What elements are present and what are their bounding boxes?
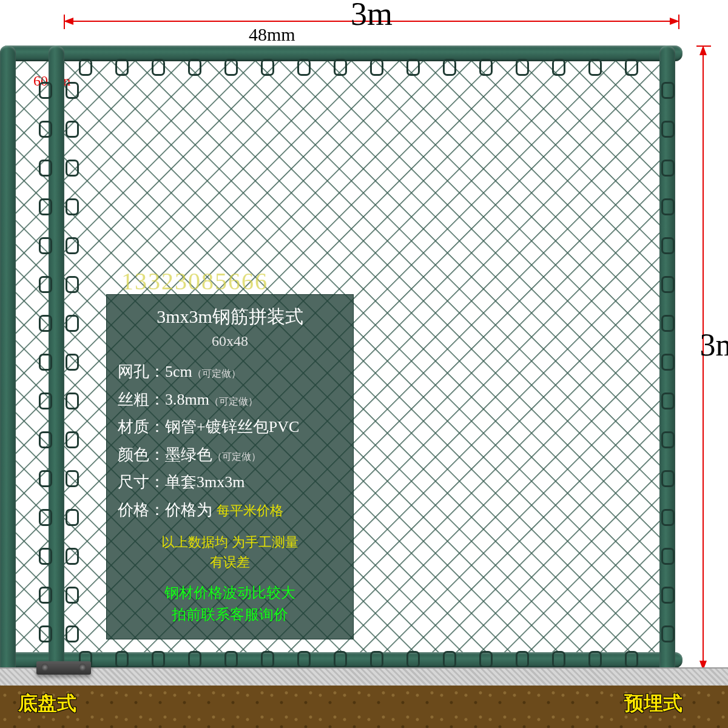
mesh-clip xyxy=(188,59,201,76)
mesh-clip xyxy=(224,651,238,668)
spec-row: 价格：价格为 每平米价格 xyxy=(118,496,342,524)
watermark-phone: 13323085666 xyxy=(121,267,268,295)
spec-note-inline: （可定做） xyxy=(209,396,258,406)
mesh-clip xyxy=(66,315,79,332)
mesh-clip xyxy=(661,276,675,293)
mesh-clip xyxy=(66,431,79,448)
mesh-clip xyxy=(39,509,52,526)
mesh-clip xyxy=(661,315,675,332)
spec-row: 丝粗：3.8mm（可定做） xyxy=(118,386,342,414)
mesh-clip xyxy=(661,121,675,138)
mesh-clip xyxy=(625,651,638,668)
mesh-clip xyxy=(661,509,675,526)
mesh-clip xyxy=(661,160,675,177)
spec-key: 网孔： xyxy=(118,358,165,386)
soil-layer xyxy=(0,686,728,728)
mesh-clip xyxy=(479,651,493,668)
mesh-clip xyxy=(661,548,675,565)
mesh-clip xyxy=(39,198,52,215)
mesh-clip xyxy=(661,431,675,448)
dimension-height-label: 3m xyxy=(700,327,728,363)
spec-value: 墨绿色 xyxy=(165,446,212,463)
spec-title: 3mx3m钢筋拼装式 xyxy=(118,305,342,329)
spec-subtitle: 60x48 xyxy=(118,333,342,349)
mesh-clip xyxy=(297,59,311,76)
mesh-clip xyxy=(552,59,565,76)
spec-row: 颜色：墨绿色（可定做） xyxy=(118,441,342,469)
spec-key: 颜色： xyxy=(118,441,165,469)
mesh-clip xyxy=(443,59,456,76)
dimension-width-label: 3m xyxy=(64,0,679,33)
spec-value: 单套3mx3m xyxy=(165,473,244,491)
mesh-clip xyxy=(66,237,79,254)
mesh-clip xyxy=(443,651,456,668)
pipe-diameter-top-label: 48mm xyxy=(249,24,295,45)
mesh-clip xyxy=(370,59,383,76)
spec-note-inline: （可定做） xyxy=(212,451,261,462)
mesh-clip xyxy=(661,354,675,371)
mesh-clip xyxy=(66,198,79,215)
mesh-clip xyxy=(39,82,52,99)
mesh-clip xyxy=(661,237,675,254)
mesh-clip xyxy=(39,315,52,332)
mesh-clip xyxy=(661,625,675,642)
mesh-clip xyxy=(370,651,383,668)
mesh-clip xyxy=(297,651,311,668)
dimension-width: 3m xyxy=(64,0,679,42)
mesh-clip xyxy=(39,160,52,177)
mesh-clip xyxy=(661,470,675,487)
mesh-clip xyxy=(39,470,52,487)
mesh-clip xyxy=(224,59,238,76)
mesh-clip xyxy=(79,59,92,76)
spec-key: 价格： xyxy=(118,496,165,524)
mesh-clip xyxy=(66,587,79,604)
mesh-clip xyxy=(66,509,79,526)
spec-highlight: 每平米价格 xyxy=(217,503,283,518)
mesh-clip xyxy=(661,198,675,215)
mesh-clip xyxy=(588,651,602,668)
mesh-clip xyxy=(552,651,565,668)
mesh-clip xyxy=(39,354,52,371)
mesh-clip xyxy=(479,59,493,76)
base-plate-icon xyxy=(36,661,91,675)
mesh-clip xyxy=(334,59,347,76)
mesh-clip xyxy=(39,587,52,604)
spec-measurement-note: 以上数据均 为手工测量有误差 xyxy=(118,532,342,572)
mesh-clip xyxy=(39,393,52,410)
spec-key: 尺寸： xyxy=(118,468,165,496)
mesh-clip xyxy=(625,59,638,76)
mesh-clip xyxy=(66,82,79,99)
spec-value: 价格为 xyxy=(165,501,212,519)
mesh-clip xyxy=(39,431,52,448)
base-type-left-label: 底盘式 xyxy=(18,690,76,717)
spec-note-inline: （可定做） xyxy=(192,368,241,379)
spec-row: 材质：钢管+镀锌丝包PVC xyxy=(118,413,342,441)
mesh-clip xyxy=(39,625,52,642)
mesh-clip xyxy=(406,651,420,668)
mesh-clip xyxy=(152,651,165,668)
mesh-clip xyxy=(115,59,129,76)
mesh-clip xyxy=(516,651,529,668)
mesh-clip xyxy=(115,651,129,668)
frame-post-far-left xyxy=(0,46,16,676)
mesh-clip xyxy=(39,121,52,138)
spec-key: 材质： xyxy=(118,413,165,441)
mesh-clip xyxy=(39,548,52,565)
mesh-clip xyxy=(66,160,79,177)
mesh-clip xyxy=(39,237,52,254)
mesh-clip xyxy=(66,470,79,487)
mesh-clip xyxy=(516,59,529,76)
mesh-clip xyxy=(334,651,347,668)
spec-key: 丝粗： xyxy=(118,386,165,414)
mesh-clip xyxy=(66,548,79,565)
mesh-clip xyxy=(661,82,675,99)
ground-section xyxy=(0,667,728,728)
spec-value: 5cm xyxy=(165,363,192,380)
base-type-right-label: 预埋式 xyxy=(624,690,682,717)
spec-row: 网孔：5cm（可定做） xyxy=(118,358,342,386)
mesh-clip xyxy=(66,121,79,138)
mesh-clip xyxy=(588,59,602,76)
mesh-clip xyxy=(66,354,79,371)
mesh-clip xyxy=(66,276,79,293)
mesh-clip xyxy=(406,59,420,76)
